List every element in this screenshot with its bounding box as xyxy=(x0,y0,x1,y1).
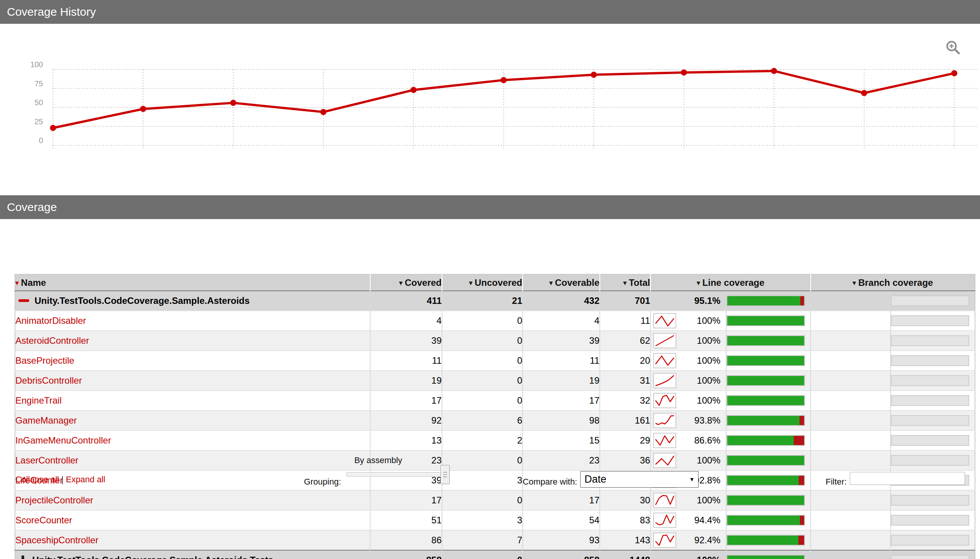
expand-assembly-icon[interactable] xyxy=(18,556,28,559)
line-coverage-percent: 100% xyxy=(697,335,720,346)
total-value: 31 xyxy=(600,370,650,390)
svg-text:75: 75 xyxy=(35,79,43,88)
total-value: 11 xyxy=(600,311,650,331)
class-link[interactable]: EngineTrail xyxy=(15,395,62,405)
sort-arrow-icon: ▾ xyxy=(697,279,700,287)
total-value: 83 xyxy=(600,510,650,530)
assembly-name: Unity.TestTools.CodeCoverage.Sample.Aste… xyxy=(35,295,250,306)
class-link[interactable]: InGameMenuController xyxy=(15,435,111,445)
total-value: 29 xyxy=(600,430,650,450)
branch-coverage-bar xyxy=(891,355,969,366)
compare-with-select[interactable]: Date ▾ xyxy=(580,471,698,488)
line-coverage-bar xyxy=(726,315,805,326)
branch-coverage-bar xyxy=(891,315,969,326)
class-link[interactable]: GameManager xyxy=(15,415,77,425)
column-header-coverable[interactable]: ▾Coverable xyxy=(522,275,600,291)
line-coverage-bar xyxy=(726,375,805,386)
total-value: 30 xyxy=(600,490,650,510)
uncovered-value: 0 xyxy=(442,490,522,510)
line-coverage-percent: 100% xyxy=(697,495,720,506)
class-row: BaseProjectile1101120100% xyxy=(15,351,975,370)
column-header-total[interactable]: ▾Total xyxy=(600,275,650,291)
uncovered-value: 0 xyxy=(442,370,522,390)
covered-value: 4 xyxy=(370,311,442,331)
line-coverage-bar xyxy=(726,475,805,486)
covered-value: 858 xyxy=(370,550,442,559)
sort-arrow-icon: ▾ xyxy=(15,279,19,287)
branch-coverage-percent xyxy=(811,510,890,530)
covered-value: 39 xyxy=(370,331,442,351)
history-sparkline-icon xyxy=(653,513,676,528)
uncovered-value: 0 xyxy=(442,351,522,370)
coverable-value: 858 xyxy=(522,550,600,559)
branch-coverage-percent xyxy=(811,410,890,430)
line-coverage-bar xyxy=(726,415,805,426)
total-value: 36 xyxy=(600,450,650,470)
sort-arrow-icon: ▾ xyxy=(469,279,473,287)
coverable-value: 98 xyxy=(522,410,600,430)
svg-text:100: 100 xyxy=(30,60,43,69)
collapse-assembly-icon[interactable] xyxy=(18,299,29,302)
history-sparkline-icon xyxy=(653,493,676,508)
class-link[interactable]: AnimatorDisabler xyxy=(15,315,86,326)
coverable-value: 15 xyxy=(522,430,600,450)
magnifier-zoom-icon[interactable] xyxy=(945,40,962,56)
total-value: 143 xyxy=(600,530,650,550)
class-row: GameManager9269816193.8% xyxy=(15,410,975,430)
covered-value: 411 xyxy=(370,291,442,311)
branch-coverage-bar xyxy=(891,375,969,386)
svg-text:25: 25 xyxy=(35,117,43,126)
class-link[interactable]: BaseProjectile xyxy=(15,355,74,366)
chevron-down-icon: ▾ xyxy=(690,475,698,483)
class-link[interactable]: LaserController xyxy=(15,455,78,465)
branch-coverage-percent xyxy=(811,351,890,370)
coverable-value: 23 xyxy=(522,450,600,470)
branch-coverage-bar xyxy=(891,555,969,559)
line-coverage-percent: 100% xyxy=(697,555,720,559)
branch-coverage-bar xyxy=(891,395,969,406)
uncovered-value: 0 xyxy=(442,331,522,351)
uncovered-value: 0 xyxy=(442,450,522,470)
class-link[interactable]: SpaceshipController xyxy=(15,535,98,545)
total-value: 161 xyxy=(600,410,650,430)
covered-value: 17 xyxy=(370,390,442,410)
coverage-table: ▾Name▾Covered▾Uncovered▾Coverable▾Total▾… xyxy=(15,274,975,559)
grouping-label: Grouping: xyxy=(269,477,341,487)
class-link[interactable]: ProjectileController xyxy=(15,495,93,505)
uncovered-value: 0 xyxy=(442,311,522,331)
history-sparkline-icon xyxy=(653,433,676,448)
link-separator: | xyxy=(59,475,66,484)
sort-arrow-icon: ▾ xyxy=(549,279,552,287)
grouping-slider-track[interactable] xyxy=(347,472,449,476)
grouping-slider-thumb[interactable] xyxy=(441,465,450,484)
uncovered-value: 7 xyxy=(442,530,522,550)
column-header-uncovered[interactable]: ▾Uncovered xyxy=(442,275,522,291)
line-coverage-bar xyxy=(726,355,805,366)
column-header-covered[interactable]: ▾Covered xyxy=(370,275,442,291)
class-link[interactable]: ScoreCounter xyxy=(15,515,72,525)
collapse-all-link[interactable]: Collapse all xyxy=(15,475,59,484)
column-header-name[interactable]: ▾Name xyxy=(15,275,370,291)
column-header-line-coverage[interactable]: ▾Line coverage xyxy=(650,275,811,291)
branch-coverage-percent xyxy=(811,490,890,510)
line-coverage-percent: 100% xyxy=(697,355,720,366)
class-row: LaserController2302336100% xyxy=(15,450,975,470)
class-row: AsteroidController3903962100% xyxy=(15,331,975,351)
history-sparkline-icon xyxy=(653,533,676,548)
compare-with-label: Compare with: xyxy=(499,477,577,487)
filter-input[interactable] xyxy=(850,472,965,485)
coverable-value: 54 xyxy=(522,510,600,530)
total-value: 20 xyxy=(600,351,650,370)
uncovered-value: 2 xyxy=(442,430,522,450)
class-link[interactable]: DebrisController xyxy=(15,375,82,385)
class-link[interactable]: AsteroidController xyxy=(15,335,89,346)
coverage-history-chart: 0255075100 xyxy=(0,24,980,195)
class-row: EngineTrail1701732100% xyxy=(15,390,975,410)
branch-coverage-bar xyxy=(891,435,969,446)
covered-value: 17 xyxy=(370,490,442,510)
column-header-branch-coverage[interactable]: ▾Branch coverage xyxy=(811,275,975,291)
line-coverage-bar xyxy=(726,335,805,346)
line-coverage-percent: 100% xyxy=(697,455,720,466)
line-coverage-percent: 94.4% xyxy=(694,515,720,526)
expand-all-link[interactable]: Expand all xyxy=(66,475,105,484)
